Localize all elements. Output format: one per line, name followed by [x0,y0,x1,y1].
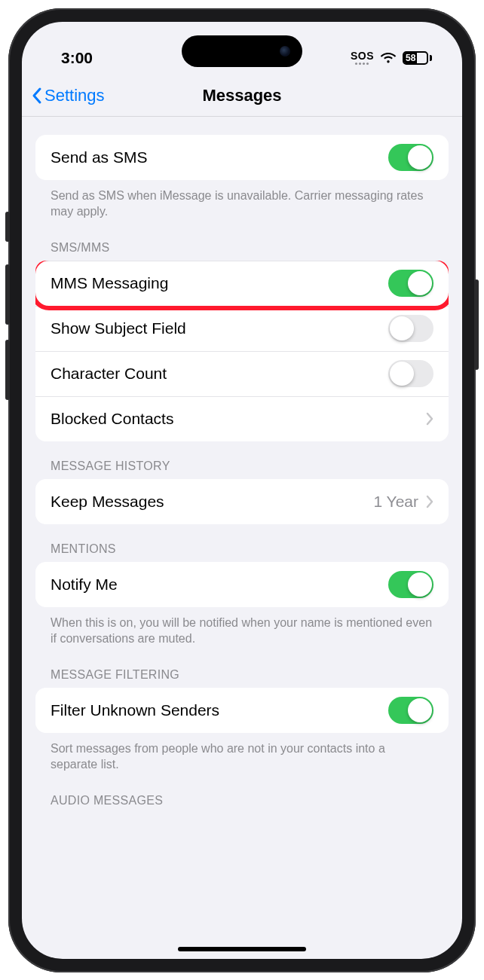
toggle-subject[interactable] [388,315,433,342]
header-mentions: MENTIONS [35,524,449,562]
volume-down-button [5,340,10,400]
row-filter-unknown[interactable]: Filter Unknown Senders [35,688,449,733]
row-label: Filter Unknown Senders [51,701,219,719]
row-character-count[interactable]: Character Count [35,351,449,396]
row-label: Keep Messages [51,493,164,511]
header-sms-mms: SMS/MMS [35,223,449,261]
chevron-right-icon [426,495,433,508]
toggle-filter[interactable] [388,697,433,724]
row-blocked-contacts[interactable]: Blocked Contacts [35,396,449,441]
row-keep-messages[interactable]: Keep Messages 1 Year [35,479,449,524]
toggle-mms[interactable] [388,270,433,297]
status-time: 3:00 [61,49,93,67]
header-audio: AUDIO MESSAGES [35,776,449,808]
settings-content[interactable]: Send as SMS Send as SMS when iMessage is… [22,117,462,808]
group-mentions: Notify Me [35,562,449,607]
row-label: Blocked Contacts [51,410,173,428]
row-show-subject[interactable]: Show Subject Field [35,306,449,351]
row-notify-me[interactable]: Notify Me [35,562,449,607]
screen: 3:00 SOS 58 [22,22,462,959]
toggle-notify[interactable] [388,571,433,598]
navigation-bar: Settings Messages [22,76,462,117]
volume-up-button [5,264,10,325]
power-button [474,279,479,370]
phone-frame: 3:00 SOS 58 [8,8,476,972]
footer-mentions: When this is on, you will be notified wh… [35,607,449,650]
row-send-sms[interactable]: Send as SMS [35,135,449,180]
row-mms-messaging[interactable]: MMS Messaging [35,261,449,306]
row-label: Show Subject Field [51,319,186,337]
page-title: Messages [202,86,281,105]
toggle-charcount[interactable] [388,360,433,387]
back-button[interactable]: Settings [31,86,105,105]
footer-send-sms: Send as SMS when iMessage is unavailable… [35,180,449,223]
wifi-icon [380,52,397,64]
group-sms-mms: MMS Messaging Show Subject Field Charact… [35,261,449,441]
row-label: Send as SMS [51,148,147,166]
header-message-history: MESSAGE HISTORY [35,441,449,479]
group-filtering: Filter Unknown Senders [35,688,449,733]
row-value: 1 Year [373,493,418,511]
chevron-right-icon [426,412,433,426]
home-indicator[interactable] [178,947,306,951]
chevron-left-icon [31,87,43,105]
header-filtering: MESSAGE FILTERING [35,650,449,688]
row-label: Notify Me [51,575,118,594]
side-button [5,212,10,242]
battery-icon: 58 [403,51,432,65]
group-send-sms: Send as SMS [35,135,449,180]
dynamic-island [182,35,302,67]
footer-filtering: Sort messages from people who are not in… [35,733,449,776]
front-camera [280,46,290,56]
group-history: Keep Messages 1 Year [35,479,449,524]
battery-level: 58 [404,53,417,63]
toggle-send-sms[interactable] [388,144,433,171]
back-label: Settings [44,86,105,105]
row-label: Character Count [51,365,167,383]
sos-indicator: SOS [351,50,374,65]
row-label: MMS Messaging [51,274,168,292]
